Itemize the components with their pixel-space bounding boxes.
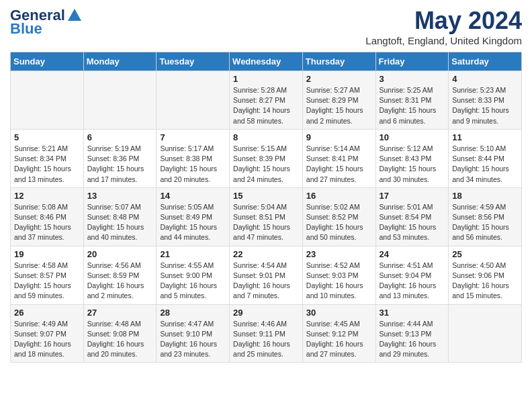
day-info: Sunrise: 5:15 AMSunset: 8:39 PMDaylight:… [233, 144, 299, 185]
daylight-text: Daylight: 15 hours and 40 minutes. [87, 223, 144, 241]
calendar-cell: 8Sunrise: 5:15 AMSunset: 8:39 PMDaylight… [230, 129, 303, 187]
sunset-text: Sunset: 8:27 PM [233, 96, 285, 104]
sunset-text: Sunset: 9:08 PM [87, 330, 140, 338]
calendar-cell [11, 71, 84, 130]
day-info: Sunrise: 5:28 AMSunset: 8:27 PMDaylight:… [233, 85, 299, 126]
calendar-cell [83, 71, 157, 130]
daylight-text: Daylight: 16 hours and 25 minutes. [233, 340, 290, 358]
sunset-text: Sunset: 8:44 PM [452, 154, 504, 163]
day-info: Sunrise: 5:12 AMSunset: 8:43 PMDaylight:… [380, 144, 445, 185]
daylight-text: Daylight: 15 hours and 24 minutes. [233, 165, 290, 183]
sunrise-text: Sunrise: 5:04 AM [233, 203, 287, 211]
sunrise-text: Sunrise: 5:19 AM [87, 144, 141, 152]
day-info: Sunrise: 4:48 AMSunset: 9:08 PMDaylight:… [87, 319, 153, 360]
sunset-text: Sunset: 9:12 PM [306, 330, 359, 338]
calendar-cell: 10Sunrise: 5:12 AMSunset: 8:43 PMDayligh… [375, 129, 449, 187]
sunset-text: Sunset: 9:04 PM [380, 271, 432, 279]
calendar-cell: 12Sunrise: 5:08 AMSunset: 8:46 PMDayligh… [11, 187, 84, 246]
week-row-1: 1Sunrise: 5:28 AMSunset: 8:27 PMDaylight… [11, 71, 522, 130]
day-info: Sunrise: 5:23 AMSunset: 8:33 PMDaylight:… [452, 85, 518, 126]
sunrise-text: Sunrise: 5:01 AM [380, 203, 433, 211]
sunset-text: Sunset: 8:33 PM [452, 96, 504, 104]
daylight-text: Daylight: 15 hours and 37 minutes. [14, 223, 71, 241]
sunrise-text: Sunrise: 4:46 AM [233, 320, 287, 328]
day-number: 20 [87, 249, 153, 259]
day-number: 13 [87, 191, 153, 201]
day-number: 10 [380, 132, 445, 142]
day-info: Sunrise: 4:44 AMSunset: 9:13 PMDaylight:… [380, 319, 445, 360]
calendar-cell: 3Sunrise: 5:25 AMSunset: 8:31 PMDaylight… [375, 71, 449, 130]
daylight-text: Daylight: 15 hours and 27 minutes. [306, 165, 363, 183]
day-info: Sunrise: 5:07 AMSunset: 8:48 PMDaylight:… [87, 202, 153, 243]
sunset-text: Sunset: 9:07 PM [14, 330, 66, 338]
calendar-cell: 5Sunrise: 5:21 AMSunset: 8:34 PMDaylight… [11, 129, 84, 187]
sunset-text: Sunset: 9:03 PM [306, 271, 359, 279]
logo-blue: Blue [10, 20, 42, 38]
day-header-thursday: Thursday [302, 52, 375, 71]
calendar-cell: 22Sunrise: 4:54 AMSunset: 9:01 PMDayligh… [230, 246, 303, 304]
sunset-text: Sunset: 8:31 PM [380, 96, 432, 104]
sunset-text: Sunset: 8:36 PM [87, 154, 140, 163]
svg-marker-0 [68, 9, 81, 21]
day-number: 17 [380, 191, 445, 201]
sunset-text: Sunset: 8:49 PM [160, 213, 212, 221]
daylight-text: Daylight: 16 hours and 5 minutes. [160, 281, 217, 300]
calendar-cell: 28Sunrise: 4:47 AMSunset: 9:10 PMDayligh… [157, 304, 230, 363]
sunrise-text: Sunrise: 4:47 AM [160, 320, 214, 328]
sunset-text: Sunset: 8:57 PM [14, 271, 66, 279]
sunset-text: Sunset: 9:00 PM [160, 271, 212, 279]
day-number: 19 [14, 249, 80, 259]
sunrise-text: Sunrise: 4:54 AM [233, 261, 287, 269]
calendar-cell: 15Sunrise: 5:04 AMSunset: 8:51 PMDayligh… [230, 187, 303, 246]
day-header-tuesday: Tuesday [157, 52, 230, 71]
day-info: Sunrise: 4:55 AMSunset: 9:00 PMDaylight:… [160, 261, 226, 302]
day-number: 11 [452, 132, 518, 142]
sunrise-text: Sunrise: 4:44 AM [380, 320, 433, 328]
daylight-text: Daylight: 15 hours and 56 minutes. [452, 223, 509, 241]
daylight-text: Daylight: 15 hours and 50 minutes. [306, 223, 363, 241]
daylight-text: Daylight: 15 hours and 30 minutes. [380, 165, 437, 183]
day-number: 23 [306, 249, 372, 259]
day-info: Sunrise: 4:47 AMSunset: 9:10 PMDaylight:… [160, 319, 226, 360]
daylight-text: Daylight: 15 hours and 9 minutes. [452, 106, 509, 124]
daylight-text: Daylight: 15 hours and 17 minutes. [87, 165, 144, 183]
day-info: Sunrise: 5:01 AMSunset: 8:54 PMDaylight:… [380, 202, 445, 243]
day-number: 8 [233, 132, 299, 142]
sunset-text: Sunset: 9:06 PM [452, 271, 504, 279]
logo: General Blue [10, 7, 83, 38]
day-info: Sunrise: 5:19 AMSunset: 8:36 PMDaylight:… [87, 144, 153, 185]
day-number: 15 [233, 191, 299, 201]
day-number: 21 [160, 249, 226, 259]
day-number: 4 [452, 74, 518, 84]
day-info: Sunrise: 4:51 AMSunset: 9:04 PMDaylight:… [380, 261, 445, 302]
day-info: Sunrise: 4:58 AMSunset: 8:57 PMDaylight:… [14, 261, 80, 302]
location: Langtoft, England, United Kingdom [365, 35, 522, 46]
calendar-cell: 17Sunrise: 5:01 AMSunset: 8:54 PMDayligh… [375, 187, 449, 246]
calendar-cell: 29Sunrise: 4:46 AMSunset: 9:11 PMDayligh… [230, 304, 303, 363]
daylight-text: Daylight: 16 hours and 2 minutes. [87, 281, 144, 300]
sunset-text: Sunset: 8:54 PM [380, 213, 432, 221]
sunrise-text: Sunrise: 5:02 AM [306, 203, 360, 211]
sunset-text: Sunset: 9:13 PM [380, 330, 432, 338]
day-number: 18 [452, 191, 518, 201]
day-number: 6 [87, 132, 153, 142]
sunrise-text: Sunrise: 5:14 AM [306, 144, 360, 152]
title-area: May 2024 Langtoft, England, United Kingd… [365, 7, 522, 46]
daylight-text: Daylight: 16 hours and 15 minutes. [452, 281, 509, 300]
daylight-text: Daylight: 16 hours and 27 minutes. [306, 340, 363, 358]
calendar-table: SundayMondayTuesdayWednesdayThursdayFrid… [10, 52, 522, 363]
day-info: Sunrise: 4:54 AMSunset: 9:01 PMDaylight:… [233, 261, 299, 302]
day-header-sunday: Sunday [11, 52, 84, 71]
daylight-text: Daylight: 15 hours and 2 minutes. [306, 106, 363, 124]
sunset-text: Sunset: 9:11 PM [233, 330, 285, 338]
sunrise-text: Sunrise: 4:51 AM [380, 261, 433, 269]
day-number: 24 [380, 249, 445, 259]
calendar-cell: 18Sunrise: 4:59 AMSunset: 8:56 PMDayligh… [449, 187, 522, 246]
day-info: Sunrise: 5:05 AMSunset: 8:49 PMDaylight:… [160, 202, 226, 243]
sunset-text: Sunset: 8:43 PM [380, 154, 432, 163]
day-info: Sunrise: 4:49 AMSunset: 9:07 PMDaylight:… [14, 319, 80, 360]
sunset-text: Sunset: 8:34 PM [14, 154, 66, 163]
sunrise-text: Sunrise: 4:59 AM [452, 203, 506, 211]
day-info: Sunrise: 5:17 AMSunset: 8:38 PMDaylight:… [160, 144, 226, 185]
day-number: 9 [306, 132, 372, 142]
